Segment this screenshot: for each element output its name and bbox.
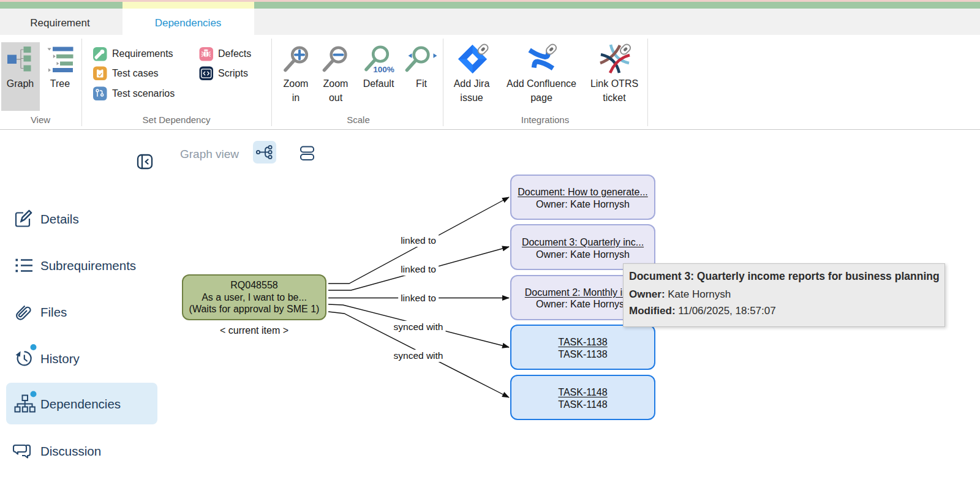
svg-text:100%: 100%: [373, 65, 394, 74]
